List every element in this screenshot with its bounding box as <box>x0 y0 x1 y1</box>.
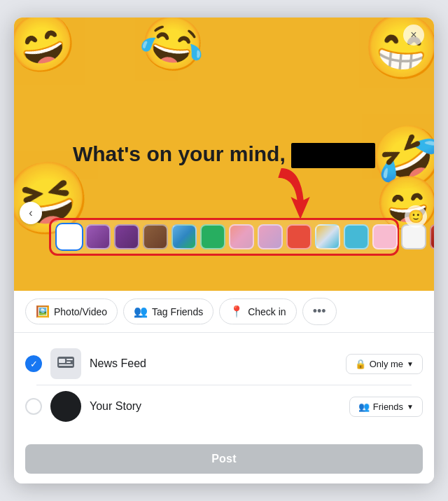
post-button[interactable]: Post <box>25 444 423 474</box>
check-in-label: Check in <box>248 306 286 317</box>
news-feed-label: News Feed <box>90 357 337 370</box>
audience-section: ✓ News Feed 🔒 Only me ▼ Yo <box>14 333 434 437</box>
news-feed-avatar <box>50 348 81 379</box>
photo-video-label: Photo/Video <box>54 306 107 317</box>
more-options-button[interactable]: ••• <box>302 298 337 325</box>
lock-icon: 🔒 <box>355 359 366 369</box>
emoji-decoration-top-center: 😂 <box>135 18 211 81</box>
action-buttons-bar: 🖼️ Photo/Video 👥 Tag Friends 📍 Check in … <box>14 291 434 333</box>
scroll-left-button[interactable]: ‹ <box>20 202 42 224</box>
svg-rect-3 <box>66 362 71 363</box>
color-swatch-red[interactable] <box>286 224 312 249</box>
color-swatch-purple2[interactable] <box>114 224 139 249</box>
svg-rect-1 <box>59 359 65 363</box>
color-picker-row <box>49 218 399 256</box>
color-swatch-white[interactable] <box>57 224 82 249</box>
svg-rect-2 <box>66 359 73 360</box>
chevron-down-icon: ▼ <box>407 360 414 368</box>
check-in-button[interactable]: 📍 Check in <box>219 298 296 324</box>
check-in-icon: 📍 <box>230 305 244 318</box>
your-story-avatar <box>50 391 81 422</box>
news-feed-row: ✓ News Feed 🔒 Only me ▼ <box>25 343 423 385</box>
post-background-area: 😄 😂 😁 😆 🤣 😄 × What's on your mind, ‹ 🙂 <box>14 18 434 291</box>
color-swatch-cyan[interactable] <box>344 224 369 249</box>
photo-video-button[interactable]: 🖼️ Photo/Video <box>25 298 118 324</box>
close-button[interactable]: × <box>403 25 424 46</box>
photo-video-icon: 🖼️ <box>36 305 50 318</box>
color-swatch-blue-art[interactable] <box>172 224 197 249</box>
friends-icon: 👥 <box>358 402 370 412</box>
color-swatch-pink2[interactable] <box>258 224 283 249</box>
post-prompt-text: What's on your mind, <box>59 140 389 168</box>
tag-friends-button[interactable]: 👥 Tag Friends <box>123 298 214 324</box>
more-options-icon: ••• <box>313 304 326 319</box>
your-story-privacy-label: Friends <box>373 402 403 412</box>
color-swatch-white2[interactable] <box>401 224 426 249</box>
your-story-checkbox[interactable] <box>25 398 42 415</box>
emoji-decoration-top-left: 😄 <box>14 18 84 84</box>
color-swatch-green[interactable] <box>200 224 225 249</box>
color-swatch-red2[interactable] <box>430 224 434 249</box>
post-button-area: Post <box>14 437 434 483</box>
emoji-decoration-top-right: 😁 <box>360 18 434 88</box>
color-swatch-gold[interactable] <box>315 224 340 249</box>
tag-friends-icon: 👥 <box>134 305 148 318</box>
your-story-privacy-button[interactable]: 👥 Friends ▼ <box>349 397 423 417</box>
emoji-picker-button[interactable]: 🙂 <box>405 205 427 228</box>
your-story-row: Your Story 👥 Friends ▼ <box>25 385 423 427</box>
svg-rect-4 <box>59 364 73 366</box>
create-post-modal: 😄 😂 😁 😆 🤣 😄 × What's on your mind, ‹ 🙂 <box>14 18 434 483</box>
news-feed-privacy-button[interactable]: 🔒 Only me ▼ <box>346 354 423 374</box>
color-swatch-light-pink[interactable] <box>372 224 398 249</box>
color-swatch-purple1[interactable] <box>85 224 111 249</box>
color-swatch-pink-art[interactable] <box>229 224 254 249</box>
color-swatch-brown[interactable] <box>143 224 168 249</box>
chevron-down-icon-2: ▼ <box>407 403 414 411</box>
your-story-label: Your Story <box>90 400 341 413</box>
tag-friends-label: Tag Friends <box>152 306 203 317</box>
news-feed-privacy-label: Only me <box>370 359 403 369</box>
news-feed-checkbox[interactable]: ✓ <box>25 355 42 372</box>
